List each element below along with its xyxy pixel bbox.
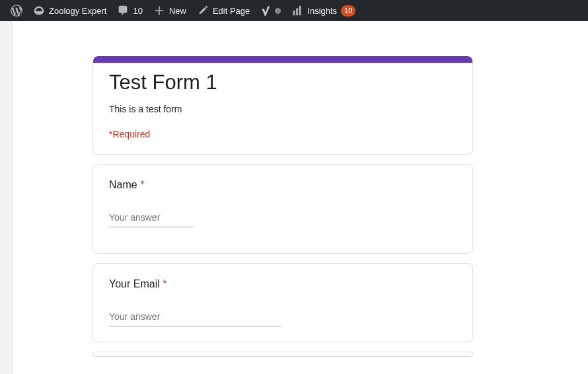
- form-header-card: Test Form 1 This is a test form *Require…: [92, 56, 473, 155]
- google-form: Test Form 1 This is a test form *Require…: [92, 56, 473, 357]
- dashboard-icon: [33, 5, 45, 17]
- insights-item[interactable]: Insights 10: [286, 0, 361, 21]
- wp-admin-bar: Zoology Expert 10 New Edit Page Insights…: [0, 0, 588, 21]
- question-text: Your Email: [109, 278, 160, 289]
- new-label: New: [169, 6, 186, 16]
- wp-logo-item[interactable]: [5, 0, 28, 21]
- yoast-icon: [260, 5, 271, 16]
- site-name-item[interactable]: Zoology Expert: [28, 0, 112, 21]
- page-body: Test Form 1 This is a test form *Require…: [0, 21, 588, 374]
- question-text: Name: [109, 179, 137, 190]
- question-label: Your Email *: [109, 278, 457, 290]
- comment-icon: [117, 5, 129, 17]
- comments-item[interactable]: 10: [112, 0, 147, 21]
- form-title: Test Form 1: [109, 71, 457, 94]
- bar-chart-icon: [291, 5, 303, 17]
- question-card-email: Your Email *: [92, 263, 473, 342]
- required-asterisk: *: [140, 179, 144, 190]
- question-card-name: Name *: [92, 164, 473, 254]
- pencil-icon: [197, 5, 209, 17]
- required-asterisk: *: [163, 278, 166, 289]
- yoast-item[interactable]: [255, 0, 286, 21]
- edit-page-label: Edit Page: [213, 6, 250, 16]
- name-input[interactable]: [109, 209, 194, 227]
- left-gutter: [0, 21, 13, 374]
- comments-count: 10: [133, 6, 142, 16]
- site-title: Zoology Expert: [49, 6, 106, 16]
- question-label: Name *: [109, 179, 457, 191]
- insights-badge: 10: [341, 5, 355, 17]
- required-note: *Required: [109, 129, 457, 139]
- content-area: Test Form 1 This is a test form *Require…: [13, 21, 588, 374]
- status-dot-icon: [275, 8, 281, 14]
- edit-page-item[interactable]: Edit Page: [192, 0, 255, 21]
- insights-label: Insights: [307, 6, 337, 16]
- question-card-partial: [92, 352, 473, 357]
- new-content-item[interactable]: New: [148, 0, 192, 21]
- wordpress-logo-icon: [11, 5, 22, 17]
- form-description: This is a test form: [109, 104, 457, 114]
- plus-icon: [153, 5, 165, 17]
- email-input[interactable]: [109, 309, 281, 326]
